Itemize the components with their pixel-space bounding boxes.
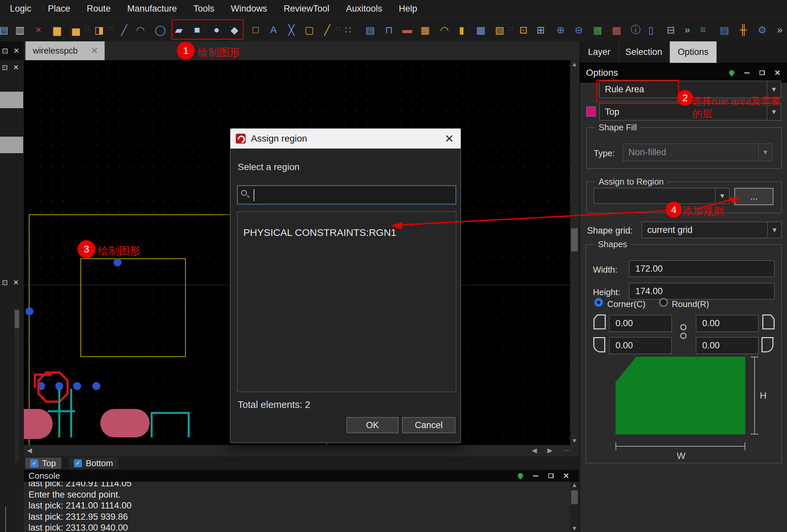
arc-tool-icon[interactable]: ◠	[133, 22, 148, 37]
menu-logic[interactable]: Logic	[10, 4, 31, 14]
scroll-down-icon[interactable]: ▼	[570, 437, 579, 444]
scroll-right-icon[interactable]: ▶	[546, 446, 554, 454]
layer-stack-icon[interactable]: ≡	[696, 22, 710, 37]
overflow-icon[interactable]: »	[772, 22, 787, 37]
route-trace-icon[interactable]: ▬	[400, 22, 414, 37]
minimize-icon[interactable]	[533, 475, 538, 476]
canvas-vscrollbar[interactable]: ▲ ▼	[570, 60, 579, 445]
component-pad[interactable]	[100, 409, 150, 437]
scroll-left-icon[interactable]: ◀	[530, 446, 539, 454]
tab-options[interactable]: Options	[670, 41, 717, 63]
dialog-close-icon[interactable]: ✕	[445, 133, 454, 144]
chevron-down-icon[interactable]: ▼	[715, 188, 729, 203]
rule-area-outline-small[interactable]	[81, 259, 186, 357]
pin-rect-icon[interactable]: ⊓	[382, 22, 396, 37]
unlock-icon[interactable]: ▅	[68, 22, 83, 37]
console-title-bar[interactable]: Console ×	[24, 470, 579, 482]
reports-icon[interactable]: ▤	[717, 22, 732, 37]
ok-button[interactable]: OK	[347, 417, 398, 433]
width-input[interactable]	[629, 260, 774, 277]
menu-manufacture[interactable]: Manufacture	[127, 4, 177, 14]
scroll-down-icon[interactable]: ▼	[570, 525, 579, 532]
close-panel-icon[interactable]: ✕	[13, 47, 19, 55]
tab-layer[interactable]: Layer	[580, 41, 619, 63]
float-panel-icon[interactable]: ⊡	[2, 64, 8, 71]
pin-icon[interactable]	[728, 69, 735, 77]
region-combo[interactable]: ▼	[594, 188, 729, 204]
region-list[interactable]: PHYSICAL CONSTRAINTS:RGN1	[237, 212, 456, 392]
browse-region-button[interactable]: ...	[735, 188, 773, 205]
canvas-vscrollbar-thumb[interactable]	[571, 228, 578, 251]
cancel-button[interactable]: Cancel	[402, 417, 455, 433]
panel-scrollbar[interactable]	[15, 308, 19, 462]
panel-scrollbar-thumb[interactable]	[15, 310, 19, 328]
corner-tr-input[interactable]	[696, 315, 759, 332]
properties-icon[interactable]: ⊟	[663, 22, 678, 37]
grid-snap-icon[interactable]: ▦	[609, 22, 624, 37]
sliders-icon[interactable]: ╫	[736, 22, 750, 37]
region-list-item[interactable]: PHYSICAL CONSTRAINTS:RGN1	[243, 227, 396, 238]
menu-auxitools[interactable]: Auxitools	[346, 4, 382, 14]
circle-tool-icon[interactable]: ◯	[153, 22, 168, 37]
menu-tools[interactable]: Tools	[193, 4, 214, 14]
via-dot[interactable]	[113, 259, 122, 266]
fill-shape-icon[interactable]: ▮	[454, 22, 469, 37]
dialog-title-bar[interactable]: Assign region ✕	[230, 129, 461, 149]
cut-tool-icon[interactable]: ╳	[284, 22, 299, 37]
new-document-icon[interactable]: ▤	[0, 22, 11, 37]
close-panel-icon[interactable]: ✕	[13, 279, 19, 287]
lock-icon[interactable]: ▆	[50, 22, 64, 37]
view-document-icon[interactable]: ⊞	[533, 22, 548, 37]
canvas-hscrollbar[interactable]: ◀ ◀ ▶ ⋯	[24, 445, 579, 457]
text-tool-icon[interactable]: A	[266, 22, 281, 37]
console-log[interactable]: last pick: 2140.91 1114.05 Enter the sec…	[24, 482, 579, 532]
grid-toggle-icon[interactable]: ▦	[590, 22, 605, 37]
corner-br-input[interactable]	[696, 337, 759, 354]
scroll-up-icon[interactable]: ▲	[570, 61, 579, 68]
panel-routes-icon[interactable]: ▤	[363, 22, 378, 37]
restore-icon[interactable]	[760, 70, 765, 75]
fill-type-combo[interactable]: Non-filled ▼	[623, 143, 772, 161]
corner-tl-input[interactable]	[609, 315, 672, 332]
tab-selection[interactable]: Selection	[617, 41, 671, 63]
zoom-in-icon[interactable]: ⊕	[553, 22, 568, 37]
corner-radio[interactable]	[594, 298, 603, 307]
console-scrollbar[interactable]: ▲ ▼	[570, 482, 579, 532]
region-search-input[interactable]	[237, 185, 456, 204]
scroll-up-icon[interactable]: ▲	[570, 482, 579, 489]
checkbox-checked-icon[interactable]: ✓	[74, 460, 82, 467]
pencil-tool-icon[interactable]: ╱	[320, 22, 334, 37]
via-dot[interactable]	[25, 307, 34, 315]
chevron-down-icon[interactable]: ▼	[767, 222, 781, 238]
shape-grid-combo[interactable]: current grid ▼	[642, 222, 782, 238]
tab-close-icon[interactable]: ✕	[91, 46, 98, 56]
via-dot[interactable]	[92, 382, 100, 390]
layer-toggle-bottom[interactable]: ✓ Bottom	[69, 458, 118, 469]
info-icon[interactable]: ⓘ	[629, 22, 643, 37]
fit-view-icon[interactable]: ⊡	[516, 22, 531, 37]
close-icon[interactable]: ×	[775, 68, 780, 77]
ruler-icon[interactable]: ▯	[644, 22, 658, 37]
scroll-left-icon[interactable]: ◀	[25, 446, 34, 454]
hatch-blue-icon[interactable]: ▩	[473, 22, 488, 37]
pcb-array-icon[interactable]: ▦	[418, 22, 432, 37]
delete-icon[interactable]: ×	[31, 22, 46, 37]
round-radio[interactable]	[659, 298, 668, 307]
highlight-rect-icon[interactable]: ▢	[302, 22, 317, 37]
checkbox-checked-icon[interactable]: ✓	[30, 460, 38, 467]
menu-place[interactable]: Place	[48, 4, 70, 14]
minimize-icon[interactable]	[744, 72, 750, 73]
close-panel-icon[interactable]: ✕	[13, 64, 19, 71]
link-pads-icon[interactable]: ∷	[341, 22, 355, 37]
menu-windows[interactable]: Windows	[231, 4, 267, 14]
float-panel-icon[interactable]: ⊡	[2, 47, 8, 55]
document-tab[interactable]: wirelesspcb ✕	[25, 41, 105, 60]
height-input[interactable]	[629, 283, 774, 300]
via-dot[interactable]	[73, 382, 81, 390]
restore-icon[interactable]	[548, 473, 554, 478]
layer-toggle-top[interactable]: ✓ Top	[25, 458, 61, 469]
chain-link-icon[interactable]	[678, 323, 689, 341]
more-tools-icon[interactable]: »	[680, 22, 695, 37]
pin-icon[interactable]	[516, 472, 524, 480]
arc-route-icon[interactable]: ◠	[437, 22, 452, 37]
